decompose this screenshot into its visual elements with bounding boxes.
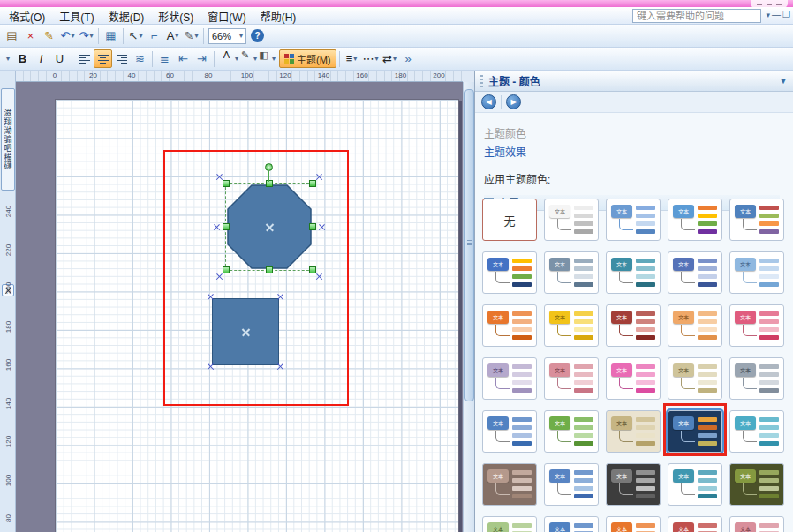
drawing-explorer-button[interactable]: ▦ — [102, 26, 120, 45]
theme-thumbnail[interactable]: 文本 — [668, 357, 722, 400]
theme-thumbnail[interactable]: 文本 — [668, 463, 722, 506]
shapes-pane-tab[interactable]: 滋翔泑骟呬糒礴 — [1, 88, 15, 191]
pane-menu-caret[interactable]: ▼ — [779, 76, 788, 86]
align-shapes-button[interactable]: ≋ — [131, 49, 149, 68]
theme-thumbnail[interactable]: 文本 — [668, 516, 722, 532]
help-dropdown-caret[interactable]: ▾ — [766, 11, 770, 19]
bold-button[interactable]: B — [13, 49, 32, 68]
theme-thumbnail[interactable]: 文本 — [606, 199, 661, 241]
theme-thumbnail[interactable]: 文本 — [544, 357, 599, 400]
theme-effects-link[interactable]: 主题效果 — [484, 144, 780, 159]
dropdown-caret[interactable]: ▾ — [353, 55, 357, 63]
theme-thumbnail[interactable]: 文本 — [729, 516, 784, 532]
theme-thumbnail[interactable]: 文本 — [729, 251, 784, 294]
theme-thumbnail[interactable]: 文本 — [668, 199, 722, 241]
theme-thumbnail[interactable]: 文本 — [729, 410, 784, 453]
increase-indent-button[interactable]: ⇥ — [193, 49, 211, 68]
theme-button[interactable]: 主题(M) — [279, 49, 336, 68]
line-weight-button[interactable]: ≡▾ — [343, 49, 361, 68]
underline-button[interactable]: U — [50, 49, 69, 68]
theme-thumbnail[interactable]: 无 — [482, 199, 537, 241]
undo-button[interactable]: ↶▾ — [58, 26, 77, 45]
dropdown-caret[interactable]: ▾ — [375, 55, 379, 63]
theme-thumbnail[interactable]: 文本 — [606, 304, 661, 347]
restore-window-icon[interactable]: ❐ — [782, 10, 790, 19]
toolbar-options-button[interactable]: » — [399, 49, 418, 68]
connector-tool-button[interactable]: ⌐ — [145, 26, 163, 45]
theme-thumbnail[interactable]: 文本 — [544, 463, 599, 506]
theme-thumbnail[interactable]: 文本 — [668, 251, 722, 294]
align-center-button[interactable] — [94, 49, 112, 68]
dropdown-caret[interactable]: ▾ — [393, 55, 396, 63]
line-pattern-button[interactable]: ⋯▾ — [361, 49, 381, 68]
dropdown-caret[interactable]: ▾ — [253, 55, 257, 63]
dropdown-caret[interactable]: ▾ — [194, 32, 198, 40]
bullets-button[interactable]: ≣ — [155, 49, 174, 68]
theme-thumbnail[interactable]: 文本 — [606, 463, 661, 506]
dropdown-caret[interactable]: ▾ — [235, 55, 238, 63]
zoom-caret[interactable]: ▾ — [239, 32, 243, 40]
menu-item[interactable]: 形状(S) — [151, 7, 200, 26]
theme-thumbnail[interactable]: 文本 — [668, 410, 722, 453]
resize-handle[interactable] — [309, 223, 316, 230]
italic-button[interactable]: I — [32, 49, 50, 68]
theme-thumbnail[interactable]: 文本 — [482, 410, 537, 453]
task-pane-header[interactable]: 主题 - 颜色 ▼ — [475, 71, 793, 92]
font-color-button[interactable]: A▾ — [217, 49, 236, 68]
redo-button[interactable]: ↷▾ — [77, 26, 95, 45]
resize-handle[interactable] — [266, 266, 273, 273]
theme-thumbnail[interactable]: 文本 — [544, 304, 599, 347]
fill-color-button[interactable]: ◧▾ — [254, 49, 273, 68]
align-left-button[interactable] — [75, 49, 94, 68]
align-right-button[interactable] — [112, 49, 131, 68]
resize-handle[interactable] — [223, 266, 230, 273]
zoom-combo[interactable]: 66%▾ — [208, 28, 246, 44]
theme-thumbnail[interactable]: 文本 — [729, 463, 784, 506]
resize-handle[interactable] — [223, 223, 230, 230]
line-ends-button[interactable]: ⇄▾ — [381, 49, 399, 68]
dropdown-caret[interactable]: ▾ — [89, 32, 93, 40]
pane-drag-handle[interactable] — [480, 75, 483, 87]
dropdown-caret[interactable]: ▾ — [139, 32, 142, 40]
square-shape-group[interactable] — [212, 298, 279, 365]
theme-thumbnail[interactable]: 文本 — [482, 357, 537, 400]
theme-thumbnail[interactable]: 文本 — [606, 410, 661, 453]
theme-thumbnail[interactable]: 文本 — [729, 357, 784, 400]
dropdown-caret[interactable]: ▾ — [71, 32, 74, 40]
menu-item[interactable]: 数据(D) — [102, 7, 152, 26]
theme-thumbnail[interactable]: 文本 — [606, 251, 661, 294]
vertical-scrollbar[interactable] — [463, 82, 474, 532]
paste-button[interactable]: ▤ — [3, 26, 21, 45]
rotation-handle[interactable] — [265, 163, 273, 171]
theme-thumbnail[interactable]: 文本 — [729, 304, 784, 347]
dropdown-caret[interactable]: ▾ — [3, 55, 13, 63]
back-button[interactable]: ◀ — [481, 94, 496, 109]
drawing-canvas[interactable] — [16, 82, 463, 532]
theme-thumbnail[interactable]: 文本 — [606, 516, 661, 532]
delete-button[interactable]: × — [21, 26, 40, 45]
octagon-shape-group[interactable] — [227, 184, 312, 269]
menu-item[interactable]: 格式(O) — [2, 7, 52, 26]
menu-item[interactable]: 窗口(W) — [200, 7, 253, 26]
decrease-indent-button[interactable]: ⇤ — [174, 49, 193, 68]
line-color-button[interactable]: ✎▾ — [236, 49, 254, 68]
theme-thumbnail[interactable]: 文本 — [482, 516, 537, 532]
theme-thumbnail[interactable]: 文本 — [606, 357, 661, 400]
theme-thumbnail[interactable]: 文本 — [668, 304, 722, 347]
pencil-tool-button[interactable]: ✎▾ — [182, 26, 200, 45]
text-tool-button[interactable]: A▾ — [163, 26, 182, 45]
theme-thumbnail[interactable]: 文本 — [482, 463, 537, 506]
resize-handle[interactable] — [223, 180, 230, 187]
pointer-tool-button[interactable]: ↖▾ — [126, 26, 145, 45]
minimize-window-icon[interactable]: — — [772, 10, 781, 19]
menu-item[interactable]: 工具(T) — [52, 7, 101, 26]
format-painter-button[interactable]: ✎ — [40, 26, 58, 45]
theme-thumbnail[interactable]: 文本 — [544, 516, 599, 532]
help-button[interactable]: ? — [248, 26, 267, 45]
resize-handle[interactable] — [309, 180, 316, 187]
menu-item[interactable]: 帮助(H) — [253, 7, 304, 26]
theme-thumbnail[interactable]: 文本 — [482, 251, 537, 294]
theme-thumbnail[interactable]: 文本 — [729, 199, 784, 241]
resize-handle[interactable] — [266, 180, 273, 187]
theme-thumbnail[interactable]: 文本 — [544, 251, 599, 294]
